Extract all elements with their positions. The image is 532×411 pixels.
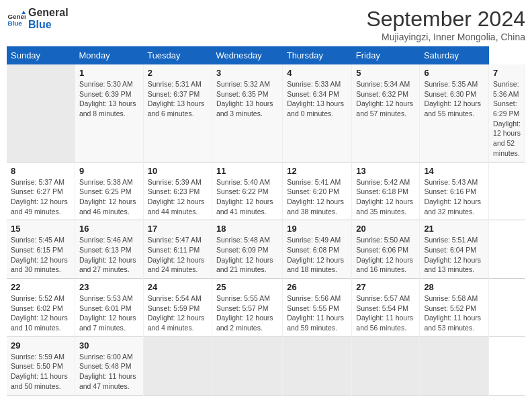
day-number: 30 — [79, 340, 139, 351]
calendar-cell: 15Sunrise: 5:45 AMSunset: 6:15 PMDayligh… — [7, 220, 75, 279]
calendar-cell — [352, 336, 420, 395]
day-number: 1 — [79, 68, 139, 78]
calendar-cell: 30Sunrise: 6:00 AMSunset: 5:48 PMDayligh… — [75, 336, 143, 395]
calendar-cell: 21Sunrise: 5:51 AMSunset: 6:04 PMDayligh… — [420, 220, 489, 279]
week-row-1: 1Sunrise: 5:30 AMSunset: 6:39 PMDaylight… — [7, 64, 525, 162]
col-header-thursday: Thursday — [283, 46, 352, 64]
day-detail: Sunrise: 5:37 AMSunset: 6:27 PMDaylight:… — [11, 177, 71, 217]
day-detail: Sunrise: 5:43 AMSunset: 6:16 PMDaylight:… — [424, 177, 484, 217]
day-number: 21 — [424, 224, 484, 234]
day-number: 22 — [11, 282, 71, 292]
day-detail: Sunrise: 5:33 AMSunset: 6:34 PMDaylight:… — [287, 79, 347, 119]
day-detail: Sunrise: 5:56 AMSunset: 5:55 PMDaylight:… — [287, 293, 347, 333]
day-number: 8 — [11, 166, 71, 176]
day-detail: Sunrise: 5:55 AMSunset: 5:57 PMDaylight:… — [216, 293, 278, 333]
day-number: 25 — [216, 282, 278, 292]
month-title: September 2024 — [366, 7, 525, 32]
day-detail: Sunrise: 6:00 AMSunset: 5:48 PMDaylight:… — [79, 352, 139, 392]
col-header-saturday: Saturday — [420, 46, 489, 64]
calendar-table: SundayMondayTuesdayWednesdayThursdayFrid… — [7, 46, 525, 396]
day-detail: Sunrise: 5:49 AMSunset: 6:08 PMDaylight:… — [287, 235, 347, 275]
day-number: 9 — [79, 166, 139, 176]
day-detail: Sunrise: 5:42 AMSunset: 6:18 PMDaylight:… — [356, 177, 415, 217]
calendar-cell: 26Sunrise: 5:56 AMSunset: 5:55 PMDayligh… — [283, 279, 352, 337]
day-number: 3 — [216, 68, 278, 78]
calendar-cell: 29Sunrise: 5:59 AMSunset: 5:50 PMDayligh… — [7, 336, 75, 395]
day-detail: Sunrise: 5:59 AMSunset: 5:50 PMDaylight:… — [11, 352, 71, 392]
calendar-cell — [212, 336, 282, 395]
col-header-tuesday: Tuesday — [143, 46, 212, 64]
day-detail: Sunrise: 5:35 AMSunset: 6:30 PMDaylight:… — [424, 79, 484, 119]
day-detail: Sunrise: 5:48 AMSunset: 6:09 PMDaylight:… — [216, 235, 278, 275]
day-number: 11 — [216, 166, 278, 176]
calendar-cell: 4Sunrise: 5:33 AMSunset: 6:34 PMDaylight… — [283, 64, 352, 162]
calendar-cell: 5Sunrise: 5:34 AMSunset: 6:32 PMDaylight… — [352, 64, 420, 162]
calendar-cell: 23Sunrise: 5:53 AMSunset: 6:01 PMDayligh… — [75, 279, 143, 337]
calendar-cell — [420, 336, 489, 395]
calendar-cell: 6Sunrise: 5:35 AMSunset: 6:30 PMDaylight… — [420, 64, 489, 162]
col-header-monday: Monday — [75, 46, 143, 64]
day-detail: Sunrise: 5:54 AMSunset: 5:59 PMDaylight:… — [148, 293, 208, 333]
day-detail: Sunrise: 5:32 AMSunset: 6:35 PMDaylight:… — [216, 79, 278, 119]
logo-icon: General Blue — [7, 9, 26, 28]
week-row-3: 15Sunrise: 5:45 AMSunset: 6:15 PMDayligh… — [7, 220, 525, 279]
day-number: 12 — [287, 166, 347, 176]
title-area: September 2024 Mujiayingzi, Inner Mongol… — [366, 7, 525, 42]
svg-text:Blue: Blue — [7, 19, 22, 26]
day-detail: Sunrise: 5:38 AMSunset: 6:25 PMDaylight:… — [79, 177, 139, 217]
day-detail: Sunrise: 5:52 AMSunset: 6:02 PMDaylight:… — [11, 293, 71, 333]
header: General Blue General Blue September 2024… — [7, 7, 525, 42]
day-number: 18 — [216, 224, 278, 234]
day-number: 5 — [356, 68, 415, 78]
day-detail: Sunrise: 5:34 AMSunset: 6:32 PMDaylight:… — [356, 79, 415, 119]
week-row-2: 8Sunrise: 5:37 AMSunset: 6:27 PMDaylight… — [7, 162, 525, 220]
day-number: 20 — [356, 224, 415, 234]
col-header-sunday: Sunday — [7, 46, 75, 64]
day-number: 26 — [287, 282, 347, 292]
day-detail: Sunrise: 5:51 AMSunset: 6:04 PMDaylight:… — [424, 235, 484, 275]
day-number: 14 — [424, 166, 484, 176]
week-row-5: 29Sunrise: 5:59 AMSunset: 5:50 PMDayligh… — [7, 336, 525, 395]
calendar-cell: 16Sunrise: 5:46 AMSunset: 6:13 PMDayligh… — [75, 220, 143, 279]
day-detail: Sunrise: 5:58 AMSunset: 5:52 PMDaylight:… — [424, 293, 484, 333]
day-detail: Sunrise: 5:40 AMSunset: 6:22 PMDaylight:… — [216, 177, 278, 217]
day-number: 7 — [493, 68, 521, 78]
day-number: 24 — [148, 282, 208, 292]
day-number: 19 — [287, 224, 347, 234]
calendar-cell: 25Sunrise: 5:55 AMSunset: 5:57 PMDayligh… — [212, 279, 282, 337]
day-detail: Sunrise: 5:31 AMSunset: 6:37 PMDaylight:… — [148, 79, 208, 119]
day-number: 17 — [148, 224, 208, 234]
day-number: 16 — [79, 224, 139, 234]
calendar-cell: 18Sunrise: 5:48 AMSunset: 6:09 PMDayligh… — [212, 220, 282, 279]
calendar-cell: 9Sunrise: 5:38 AMSunset: 6:25 PMDaylight… — [75, 162, 143, 220]
day-detail: Sunrise: 5:30 AMSunset: 6:39 PMDaylight:… — [79, 79, 139, 119]
calendar-cell: 7Sunrise: 5:36 AMSunset: 6:29 PMDaylight… — [489, 64, 525, 162]
day-number: 6 — [424, 68, 484, 78]
calendar-cell — [143, 336, 212, 395]
day-detail: Sunrise: 5:41 AMSunset: 6:20 PMDaylight:… — [287, 177, 347, 217]
week-row-4: 22Sunrise: 5:52 AMSunset: 6:02 PMDayligh… — [7, 279, 525, 337]
calendar-cell: 1Sunrise: 5:30 AMSunset: 6:39 PMDaylight… — [75, 64, 143, 162]
day-detail: Sunrise: 5:45 AMSunset: 6:15 PMDaylight:… — [11, 235, 71, 275]
day-number: 28 — [424, 282, 484, 292]
calendar-cell: 2Sunrise: 5:31 AMSunset: 6:37 PMDaylight… — [143, 64, 212, 162]
calendar-cell: 24Sunrise: 5:54 AMSunset: 5:59 PMDayligh… — [143, 279, 212, 337]
calendar-cell: 11Sunrise: 5:40 AMSunset: 6:22 PMDayligh… — [212, 162, 282, 220]
day-number: 13 — [356, 166, 415, 176]
day-number: 23 — [79, 282, 139, 292]
calendar-cell: 27Sunrise: 5:57 AMSunset: 5:54 PMDayligh… — [352, 279, 420, 337]
calendar-cell — [283, 336, 352, 395]
day-number: 27 — [356, 282, 415, 292]
calendar-cell: 22Sunrise: 5:52 AMSunset: 6:02 PMDayligh… — [7, 279, 75, 337]
calendar-cell: 20Sunrise: 5:50 AMSunset: 6:06 PMDayligh… — [352, 220, 420, 279]
col-header-friday: Friday — [352, 46, 420, 64]
day-detail: Sunrise: 5:36 AMSunset: 6:29 PMDaylight:… — [493, 79, 521, 158]
calendar-cell — [7, 64, 75, 162]
day-detail: Sunrise: 5:46 AMSunset: 6:13 PMDaylight:… — [79, 235, 139, 275]
calendar-cell: 3Sunrise: 5:32 AMSunset: 6:35 PMDaylight… — [212, 64, 282, 162]
day-number: 2 — [148, 68, 208, 78]
day-number: 10 — [148, 166, 208, 176]
logo-blue: Blue — [28, 19, 69, 31]
calendar-cell: 12Sunrise: 5:41 AMSunset: 6:20 PMDayligh… — [283, 162, 352, 220]
svg-marker-2 — [21, 10, 26, 14]
